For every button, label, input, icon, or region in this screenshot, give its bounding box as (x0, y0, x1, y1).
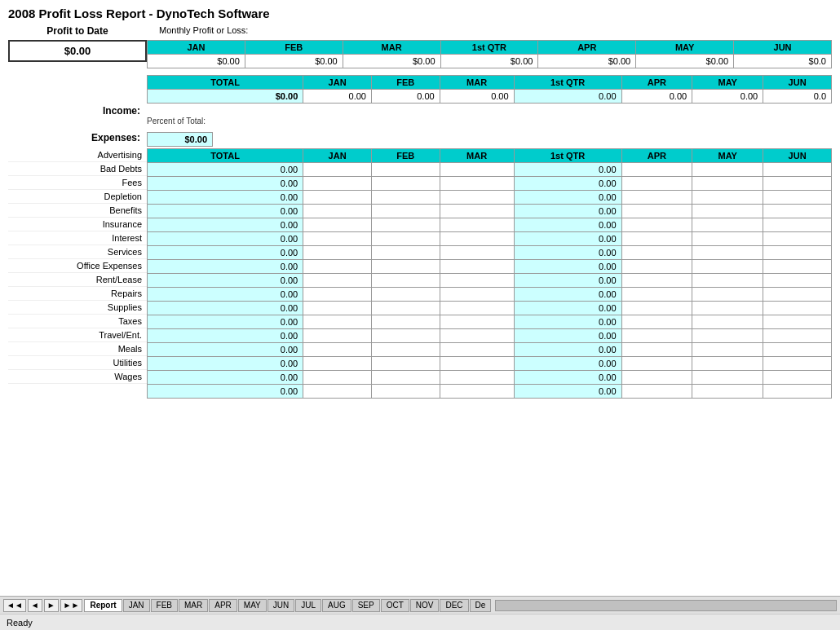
expense-month-cell (621, 329, 692, 343)
expense-month-cell (621, 163, 692, 177)
tab-report[interactable]: Report (84, 599, 122, 612)
expense-data-row: 0.000.00 (148, 260, 832, 274)
expense-month-cell (371, 329, 440, 343)
expense-month-cell (621, 246, 692, 260)
expense-month-cell (692, 302, 763, 315)
expense-month-cell (371, 260, 440, 274)
expense-month-cell (692, 343, 763, 357)
expense-month-cell (692, 357, 763, 371)
expense-month-cell (440, 232, 514, 246)
expense-row-label: Supplies (8, 301, 147, 315)
expense-data-row: 0.000.00 (148, 246, 832, 260)
tab-nov[interactable]: NOV (410, 599, 440, 612)
tab-de[interactable]: De (470, 599, 492, 612)
expenses-col-header: JUN (763, 149, 832, 163)
nav-first-button[interactable]: ◄◄ (3, 599, 26, 612)
expense-qtr-cell: 0.00 (514, 218, 621, 232)
tab-jan[interactable]: JAN (123, 599, 150, 612)
expense-qtr-cell: 0.00 (514, 371, 621, 385)
nav-prev-button[interactable]: ◄ (28, 599, 42, 612)
expense-total-cell: 0.00 (148, 177, 303, 191)
expense-row-label: Benefits (8, 204, 147, 218)
expense-qtr-cell: 0.00 (514, 232, 621, 246)
expense-total-cell: 0.00 (148, 357, 303, 371)
expense-qtr-cell: 0.00 (514, 246, 621, 260)
profit-col-header: MAY (636, 41, 734, 55)
expense-month-cell (371, 343, 440, 357)
tab-aug[interactable]: AUG (322, 599, 351, 612)
expense-total-cell: 0.00 (148, 288, 303, 302)
expense-data-row: 0.000.00 (148, 371, 832, 385)
tab-mar[interactable]: MAR (179, 599, 208, 612)
expense-row-label: Utilities (8, 356, 147, 370)
income-row-cell: 0.00 (303, 90, 372, 104)
expense-total-cell: 0.00 (148, 246, 303, 260)
expense-month-cell (440, 343, 514, 357)
profit-value-cell: $0.00 (343, 55, 440, 68)
expense-total-cell: 0.00 (148, 329, 303, 343)
expenses-col-header: 1st QTR (514, 149, 621, 163)
expense-data-row: 0.000.00 (148, 302, 832, 315)
expense-month-cell (303, 246, 372, 260)
tab-scrollbar[interactable] (495, 600, 837, 611)
expense-month-cell (692, 329, 763, 343)
title-text: 2008 Profit Loss Report - DynoTech Softw… (8, 7, 270, 20)
profit-col-header: 1st QTR (440, 41, 538, 55)
tabs-container: ReportJANFEBMARAPRMAYJUNJULAUGSEPOCTNOVD… (84, 599, 492, 612)
expense-month-cell (763, 329, 832, 343)
expense-month-cell (371, 232, 440, 246)
expense-total-cell: 0.00 (148, 232, 303, 246)
expenses-col-header: FEB (371, 149, 440, 163)
expense-month-cell (692, 191, 763, 205)
profit-value-cell: $0.00 (148, 55, 245, 68)
tab-apr[interactable]: APR (209, 599, 237, 612)
expenses-total-box: $0.00 (148, 133, 213, 147)
profit-col-header: APR (538, 41, 636, 55)
expenses-col-header: APR (621, 149, 692, 163)
expense-qtr-cell: 0.00 (514, 205, 621, 218)
expenses-col-header: MAY (692, 149, 763, 163)
expense-month-cell (371, 246, 440, 260)
income-row-cell: 0.00 (371, 90, 440, 104)
expense-month-cell (621, 385, 692, 399)
expense-month-cell (621, 232, 692, 246)
expense-month-cell (692, 260, 763, 274)
income-col-header: MAY (692, 76, 763, 90)
percent-of-total: Percent of Total: (147, 117, 206, 126)
expense-month-cell (371, 385, 440, 399)
income-col-header: 1st QTR (514, 76, 621, 90)
tab-may[interactable]: MAY (238, 599, 267, 612)
nav-next-button[interactable]: ► (44, 599, 59, 612)
expense-total-cell: 0.00 (148, 274, 303, 288)
expense-month-cell (371, 357, 440, 371)
profit-value-cell: $0.0 (734, 55, 832, 68)
tab-feb[interactable]: FEB (151, 599, 178, 612)
tab-jul[interactable]: JUL (295, 599, 321, 612)
expense-qtr-cell: 0.00 (514, 191, 621, 205)
expense-total-cell: 0.00 (148, 315, 303, 329)
expense-qtr-cell: 0.00 (514, 357, 621, 371)
expense-month-cell (621, 315, 692, 329)
expense-total-cell: 0.00 (148, 385, 303, 399)
expense-labels-column: AdvertisingBad DebtsFeesDepletionBenefit… (8, 148, 147, 384)
expense-month-cell (692, 288, 763, 302)
tab-dec[interactable]: DEC (440, 599, 468, 612)
expense-month-cell (763, 288, 832, 302)
profit-col-header: JAN (148, 41, 245, 55)
expense-qtr-cell: 0.00 (514, 260, 621, 274)
tab-sep[interactable]: SEP (352, 599, 380, 612)
expense-qtr-cell: 0.00 (514, 343, 621, 357)
income-col-header: MAR (440, 76, 514, 90)
profit-value-row: $0.00$0.00$0.00$0.00$0.00$0.00$0.0 (148, 55, 832, 68)
nav-last-button[interactable]: ►► (60, 599, 83, 612)
expense-month-cell (692, 177, 763, 191)
expense-month-cell (621, 205, 692, 218)
expense-month-cell (692, 218, 763, 232)
page-title: 2008 Profit Loss Report - DynoTech Softw… (0, 0, 840, 24)
expense-month-cell (303, 163, 372, 177)
income-total-header: TOTAL (148, 76, 303, 90)
tab-oct[interactable]: OCT (381, 599, 409, 612)
expense-month-cell (440, 177, 514, 191)
expense-total-cell: 0.00 (148, 163, 303, 177)
tab-jun[interactable]: JUN (267, 599, 294, 612)
